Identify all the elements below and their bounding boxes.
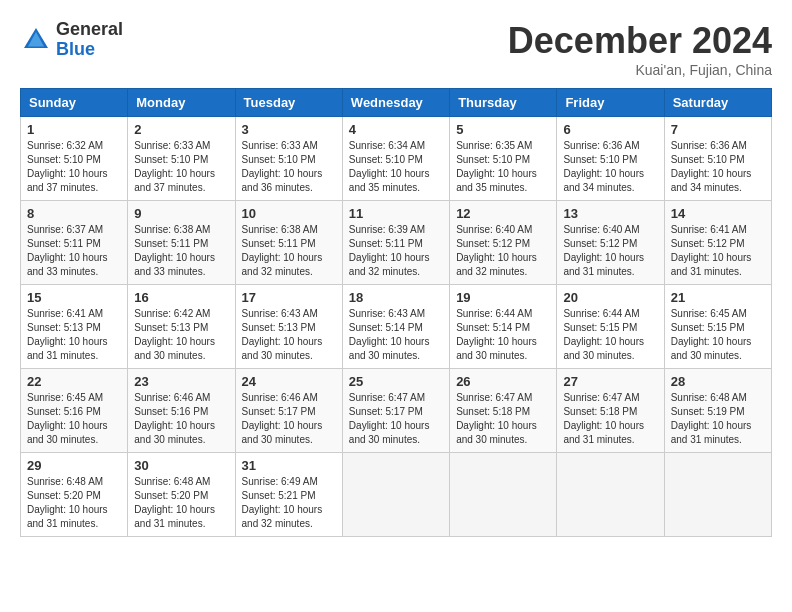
day-number: 18 bbox=[349, 290, 443, 305]
day-info: Sunrise: 6:36 AM Sunset: 5:10 PM Dayligh… bbox=[563, 139, 657, 195]
day-info: Sunrise: 6:41 AM Sunset: 5:13 PM Dayligh… bbox=[27, 307, 121, 363]
calendar-cell bbox=[450, 453, 557, 537]
day-info: Sunrise: 6:47 AM Sunset: 5:17 PM Dayligh… bbox=[349, 391, 443, 447]
day-number: 3 bbox=[242, 122, 336, 137]
day-info: Sunrise: 6:34 AM Sunset: 5:10 PM Dayligh… bbox=[349, 139, 443, 195]
day-number: 9 bbox=[134, 206, 228, 221]
day-info: Sunrise: 6:46 AM Sunset: 5:16 PM Dayligh… bbox=[134, 391, 228, 447]
day-info: Sunrise: 6:48 AM Sunset: 5:19 PM Dayligh… bbox=[671, 391, 765, 447]
day-number: 26 bbox=[456, 374, 550, 389]
calendar-cell bbox=[342, 453, 449, 537]
calendar-row-3: 15 Sunrise: 6:41 AM Sunset: 5:13 PM Dayl… bbox=[21, 285, 772, 369]
day-number: 14 bbox=[671, 206, 765, 221]
calendar-cell bbox=[557, 453, 664, 537]
day-header-friday: Friday bbox=[557, 89, 664, 117]
calendar-row-5: 29 Sunrise: 6:48 AM Sunset: 5:20 PM Dayl… bbox=[21, 453, 772, 537]
calendar-cell: 24 Sunrise: 6:46 AM Sunset: 5:17 PM Dayl… bbox=[235, 369, 342, 453]
day-info: Sunrise: 6:38 AM Sunset: 5:11 PM Dayligh… bbox=[242, 223, 336, 279]
day-header-monday: Monday bbox=[128, 89, 235, 117]
day-info: Sunrise: 6:49 AM Sunset: 5:21 PM Dayligh… bbox=[242, 475, 336, 531]
calendar-cell: 17 Sunrise: 6:43 AM Sunset: 5:13 PM Dayl… bbox=[235, 285, 342, 369]
calendar-cell: 25 Sunrise: 6:47 AM Sunset: 5:17 PM Dayl… bbox=[342, 369, 449, 453]
calendar-cell: 3 Sunrise: 6:33 AM Sunset: 5:10 PM Dayli… bbox=[235, 117, 342, 201]
day-number: 19 bbox=[456, 290, 550, 305]
calendar-row-4: 22 Sunrise: 6:45 AM Sunset: 5:16 PM Dayl… bbox=[21, 369, 772, 453]
day-info: Sunrise: 6:40 AM Sunset: 5:12 PM Dayligh… bbox=[456, 223, 550, 279]
day-info: Sunrise: 6:36 AM Sunset: 5:10 PM Dayligh… bbox=[671, 139, 765, 195]
day-number: 12 bbox=[456, 206, 550, 221]
calendar-cell: 27 Sunrise: 6:47 AM Sunset: 5:18 PM Dayl… bbox=[557, 369, 664, 453]
day-info: Sunrise: 6:41 AM Sunset: 5:12 PM Dayligh… bbox=[671, 223, 765, 279]
day-info: Sunrise: 6:38 AM Sunset: 5:11 PM Dayligh… bbox=[134, 223, 228, 279]
day-number: 30 bbox=[134, 458, 228, 473]
calendar-row-2: 8 Sunrise: 6:37 AM Sunset: 5:11 PM Dayli… bbox=[21, 201, 772, 285]
day-number: 7 bbox=[671, 122, 765, 137]
day-number: 1 bbox=[27, 122, 121, 137]
page-header: General Blue December 2024 Kuai'an, Fuji… bbox=[20, 20, 772, 78]
day-number: 11 bbox=[349, 206, 443, 221]
calendar-cell: 26 Sunrise: 6:47 AM Sunset: 5:18 PM Dayl… bbox=[450, 369, 557, 453]
day-number: 25 bbox=[349, 374, 443, 389]
logo-icon bbox=[20, 24, 52, 56]
day-number: 29 bbox=[27, 458, 121, 473]
calendar-cell: 2 Sunrise: 6:33 AM Sunset: 5:10 PM Dayli… bbox=[128, 117, 235, 201]
calendar-table: SundayMondayTuesdayWednesdayThursdayFrid… bbox=[20, 88, 772, 537]
day-info: Sunrise: 6:37 AM Sunset: 5:11 PM Dayligh… bbox=[27, 223, 121, 279]
day-header-tuesday: Tuesday bbox=[235, 89, 342, 117]
calendar-cell bbox=[664, 453, 771, 537]
day-number: 22 bbox=[27, 374, 121, 389]
day-number: 10 bbox=[242, 206, 336, 221]
day-info: Sunrise: 6:47 AM Sunset: 5:18 PM Dayligh… bbox=[456, 391, 550, 447]
calendar-cell: 22 Sunrise: 6:45 AM Sunset: 5:16 PM Dayl… bbox=[21, 369, 128, 453]
calendar-cell: 23 Sunrise: 6:46 AM Sunset: 5:16 PM Dayl… bbox=[128, 369, 235, 453]
day-number: 27 bbox=[563, 374, 657, 389]
day-header-thursday: Thursday bbox=[450, 89, 557, 117]
day-info: Sunrise: 6:48 AM Sunset: 5:20 PM Dayligh… bbox=[27, 475, 121, 531]
day-info: Sunrise: 6:42 AM Sunset: 5:13 PM Dayligh… bbox=[134, 307, 228, 363]
day-info: Sunrise: 6:33 AM Sunset: 5:10 PM Dayligh… bbox=[134, 139, 228, 195]
day-header-saturday: Saturday bbox=[664, 89, 771, 117]
calendar-cell: 20 Sunrise: 6:44 AM Sunset: 5:15 PM Dayl… bbox=[557, 285, 664, 369]
day-info: Sunrise: 6:32 AM Sunset: 5:10 PM Dayligh… bbox=[27, 139, 121, 195]
calendar-cell: 31 Sunrise: 6:49 AM Sunset: 5:21 PM Dayl… bbox=[235, 453, 342, 537]
logo-general-text: General bbox=[56, 20, 123, 40]
day-info: Sunrise: 6:46 AM Sunset: 5:17 PM Dayligh… bbox=[242, 391, 336, 447]
calendar-cell: 12 Sunrise: 6:40 AM Sunset: 5:12 PM Dayl… bbox=[450, 201, 557, 285]
day-header-sunday: Sunday bbox=[21, 89, 128, 117]
day-number: 24 bbox=[242, 374, 336, 389]
calendar-header-row: SundayMondayTuesdayWednesdayThursdayFrid… bbox=[21, 89, 772, 117]
calendar-cell: 29 Sunrise: 6:48 AM Sunset: 5:20 PM Dayl… bbox=[21, 453, 128, 537]
title-area: December 2024 Kuai'an, Fujian, China bbox=[508, 20, 772, 78]
day-info: Sunrise: 6:45 AM Sunset: 5:16 PM Dayligh… bbox=[27, 391, 121, 447]
calendar-cell: 4 Sunrise: 6:34 AM Sunset: 5:10 PM Dayli… bbox=[342, 117, 449, 201]
calendar-cell: 18 Sunrise: 6:43 AM Sunset: 5:14 PM Dayl… bbox=[342, 285, 449, 369]
day-number: 21 bbox=[671, 290, 765, 305]
calendar-cell: 6 Sunrise: 6:36 AM Sunset: 5:10 PM Dayli… bbox=[557, 117, 664, 201]
calendar-cell: 10 Sunrise: 6:38 AM Sunset: 5:11 PM Dayl… bbox=[235, 201, 342, 285]
day-number: 15 bbox=[27, 290, 121, 305]
calendar-cell: 14 Sunrise: 6:41 AM Sunset: 5:12 PM Dayl… bbox=[664, 201, 771, 285]
day-info: Sunrise: 6:40 AM Sunset: 5:12 PM Dayligh… bbox=[563, 223, 657, 279]
day-info: Sunrise: 6:35 AM Sunset: 5:10 PM Dayligh… bbox=[456, 139, 550, 195]
day-info: Sunrise: 6:48 AM Sunset: 5:20 PM Dayligh… bbox=[134, 475, 228, 531]
day-number: 16 bbox=[134, 290, 228, 305]
calendar-row-1: 1 Sunrise: 6:32 AM Sunset: 5:10 PM Dayli… bbox=[21, 117, 772, 201]
calendar-cell: 7 Sunrise: 6:36 AM Sunset: 5:10 PM Dayli… bbox=[664, 117, 771, 201]
day-info: Sunrise: 6:45 AM Sunset: 5:15 PM Dayligh… bbox=[671, 307, 765, 363]
day-number: 5 bbox=[456, 122, 550, 137]
day-number: 31 bbox=[242, 458, 336, 473]
day-number: 6 bbox=[563, 122, 657, 137]
day-info: Sunrise: 6:47 AM Sunset: 5:18 PM Dayligh… bbox=[563, 391, 657, 447]
day-header-wednesday: Wednesday bbox=[342, 89, 449, 117]
month-title: December 2024 bbox=[508, 20, 772, 62]
day-info: Sunrise: 6:39 AM Sunset: 5:11 PM Dayligh… bbox=[349, 223, 443, 279]
calendar-cell: 21 Sunrise: 6:45 AM Sunset: 5:15 PM Dayl… bbox=[664, 285, 771, 369]
day-number: 20 bbox=[563, 290, 657, 305]
calendar-cell: 19 Sunrise: 6:44 AM Sunset: 5:14 PM Dayl… bbox=[450, 285, 557, 369]
logo: General Blue bbox=[20, 20, 123, 60]
day-info: Sunrise: 6:44 AM Sunset: 5:14 PM Dayligh… bbox=[456, 307, 550, 363]
calendar-cell: 16 Sunrise: 6:42 AM Sunset: 5:13 PM Dayl… bbox=[128, 285, 235, 369]
day-number: 8 bbox=[27, 206, 121, 221]
day-info: Sunrise: 6:44 AM Sunset: 5:15 PM Dayligh… bbox=[563, 307, 657, 363]
day-number: 4 bbox=[349, 122, 443, 137]
